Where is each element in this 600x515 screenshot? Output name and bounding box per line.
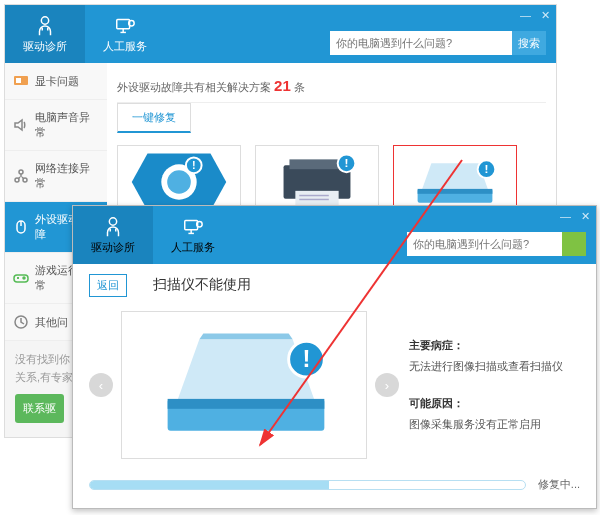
svg-text:!: ! <box>303 345 311 372</box>
prev-button[interactable]: ‹ <box>89 373 113 397</box>
svg-point-0 <box>41 16 48 23</box>
minimize-icon[interactable]: — <box>560 210 571 223</box>
cause-text: 图像采集服务没有正常启用 <box>409 414 563 435</box>
sidebar-item-label: 电脑声音异常 <box>35 110 99 140</box>
search-wrap: 搜索 <box>330 31 546 55</box>
gpu-icon <box>13 73 29 89</box>
svg-rect-32 <box>168 399 325 409</box>
svg-point-28 <box>109 217 116 224</box>
back-button[interactable]: 返回 <box>89 274 127 297</box>
doctor-icon <box>33 15 57 37</box>
diagnosis-text: 主要病症： 无法进行图像扫描或查看扫描仪 可能原因： 图像采集服务没有正常启用 <box>409 335 563 435</box>
page-title: 扫描仪不能使用 <box>153 276 251 294</box>
next-button[interactable]: › <box>375 373 399 397</box>
sidebar-item-network[interactable]: 网络连接异常 <box>5 151 107 202</box>
tab-human-service[interactable]: 人工服务 <box>85 5 165 63</box>
chevron-right-icon: › <box>385 378 389 393</box>
scanner-illustration: ! <box>121 311 367 459</box>
svg-rect-21 <box>299 199 329 200</box>
sidebar-item-label: 其他问 <box>35 315 68 330</box>
window1-header: 驱动诊所 人工服务 — ✕ 搜索 <box>5 5 556 63</box>
speaker-icon <box>13 117 29 133</box>
tab-diagnosis-label: 驱动诊所 <box>23 39 67 54</box>
tab-diagnosis[interactable]: 驱动诊所 <box>73 206 153 264</box>
sidebar-item-label: 网络连接异常 <box>35 161 99 191</box>
svg-rect-25 <box>418 189 493 194</box>
tab-diagnosis-label: 驱动诊所 <box>91 240 135 255</box>
svg-text:!: ! <box>345 156 349 170</box>
close-icon[interactable]: ✕ <box>541 9 550 22</box>
svg-rect-9 <box>14 275 28 282</box>
svg-rect-29 <box>185 220 198 229</box>
window2-body: 返回 扫描仪不能使用 ‹ ! › 主要病症： 无法进行图像扫描或查看扫描仪 可能… <box>73 264 596 508</box>
window2-controls: — ✕ <box>560 210 590 223</box>
sidebar-item-audio[interactable]: 电脑声音异常 <box>5 100 107 151</box>
sidebar-item-label: 显卡问题 <box>35 74 79 89</box>
monitor-headset-icon <box>181 216 205 238</box>
contact-button[interactable]: 联系驱 <box>15 394 64 423</box>
chevron-left-icon: ‹ <box>99 378 103 393</box>
tab-diagnosis[interactable]: 驱动诊所 <box>5 5 85 63</box>
svg-rect-18 <box>289 159 344 169</box>
search-wrap <box>407 232 586 256</box>
window1-controls: — ✕ <box>520 9 550 22</box>
search-input[interactable] <box>330 31 512 55</box>
svg-text:!: ! <box>485 162 489 176</box>
content-row: ‹ ! › 主要病症： 无法进行图像扫描或查看扫描仪 可能原因： 图像采集服务没… <box>89 311 580 459</box>
tab-human-label: 人工服务 <box>103 39 147 54</box>
svg-point-5 <box>19 170 23 174</box>
window2-header: 驱动诊所 人工服务 — ✕ <box>73 206 596 264</box>
search-button[interactable]: 搜索 <box>512 31 546 55</box>
close-icon[interactable]: ✕ <box>581 210 590 223</box>
progress-fill <box>90 481 329 489</box>
window-repair-detail: 驱动诊所 人工服务 — ✕ 返回 扫描仪不能使用 ‹ ! › <box>72 205 597 509</box>
progress-row: 修复中... <box>89 477 580 492</box>
tab-human-label: 人工服务 <box>171 240 215 255</box>
sidebar-item-gpu[interactable]: 显卡问题 <box>5 63 107 100</box>
search-button[interactable] <box>562 232 586 256</box>
symptom-heading: 主要病症： <box>409 335 563 356</box>
svg-rect-4 <box>16 78 21 83</box>
minimize-icon[interactable]: — <box>520 9 531 22</box>
symptom-text: 无法进行图像扫描或查看扫描仪 <box>409 356 563 377</box>
gamepad-icon <box>13 270 29 286</box>
cause-heading: 可能原因： <box>409 393 563 414</box>
doctor-icon <box>101 216 125 238</box>
svg-rect-1 <box>117 19 130 28</box>
summary-line: 外设驱动故障共有相关解决方案 21 条 <box>117 69 546 103</box>
svg-point-10 <box>23 277 25 279</box>
svg-rect-20 <box>299 195 329 196</box>
search-input[interactable] <box>407 232 562 256</box>
mouse-icon <box>13 219 29 235</box>
summary-count: 21 <box>274 77 291 94</box>
network-icon <box>13 168 29 184</box>
repair-tab-row: 一键修复 <box>117 102 546 133</box>
tab-human-service[interactable]: 人工服务 <box>153 206 233 264</box>
monitor-headset-icon <box>113 15 137 37</box>
clock-icon <box>13 314 29 330</box>
progress-label: 修复中... <box>538 477 580 492</box>
progress-bar <box>89 480 526 490</box>
svg-point-14 <box>167 170 191 194</box>
tab-one-click-repair[interactable]: 一键修复 <box>117 103 191 133</box>
svg-text:!: ! <box>192 159 196 171</box>
